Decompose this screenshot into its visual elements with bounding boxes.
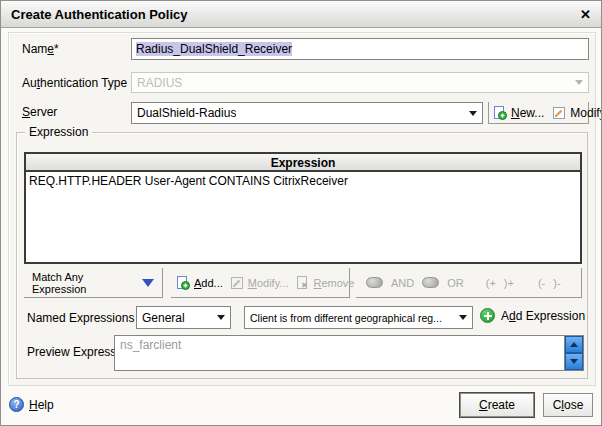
new-server-label: New... [511, 106, 544, 120]
open-paren-minus-button: (- [538, 277, 545, 289]
chevron-down-icon [469, 111, 477, 116]
authentication-type-label: Authentication Type [22, 76, 127, 91]
help-question-icon: ? [9, 397, 24, 412]
category-value: General [142, 311, 185, 325]
expression-table-header: Expression [26, 154, 580, 172]
create-authentication-policy-dialog: Create Authentication Policy ✕ Name* Rad… [0, 0, 602, 426]
scroll-up-button[interactable] [565, 336, 583, 353]
help-button[interactable]: ? Help [9, 397, 54, 412]
name-label: Name* [22, 42, 59, 57]
expression-group: Expression Expression REQ.HTTP.HEADER Us… [16, 132, 588, 379]
match-any-expression-label: Match Any Expression [32, 271, 135, 295]
expression-group-legend: Expression [25, 125, 92, 140]
chevron-down-icon [217, 315, 225, 320]
match-any-expression-button[interactable]: Match Any Expression [24, 268, 163, 298]
pencil-edit-icon [230, 276, 244, 290]
dialog-title: Create Authentication Policy [11, 7, 188, 22]
add-expression-button[interactable]: Add Expression [480, 308, 585, 323]
expression-table: Expression REQ.HTTP.HEADER User-Agent CO… [24, 152, 582, 264]
named-expressions-label: Named Expressions [27, 311, 134, 326]
modify-expression-row-button: Modify... [230, 276, 289, 290]
pencil-edit-icon [552, 106, 566, 120]
close-paren-plus-button: )+ [504, 277, 514, 289]
named-expression-value: Client is from different geographical re… [250, 312, 442, 324]
main-panel: Name* Radius_DualShield_Receiver Authent… [8, 32, 596, 386]
named-expressions-dropdown[interactable]: Client is from different geographical re… [244, 306, 473, 329]
close-icon[interactable]: ✕ [580, 8, 591, 21]
add-expression-label: Add Expression [501, 309, 585, 323]
help-label: Help [29, 398, 54, 412]
server-label: Server [22, 105, 57, 120]
arrow-down-icon [570, 359, 578, 364]
scroll-down-button[interactable] [565, 353, 583, 370]
open-paren-plus-button: (+ [486, 277, 496, 289]
add-button-label: Add... [194, 277, 223, 289]
arrow-up-icon [570, 342, 578, 347]
chevron-down-icon [575, 80, 583, 85]
table-row[interactable]: REQ.HTTP.HEADER User-Agent CONTAINS Citr… [26, 172, 580, 190]
or-operator-icon [422, 277, 439, 288]
or-operator-label: OR [447, 277, 464, 289]
authentication-type-value: RADIUS [137, 76, 182, 90]
add-plus-icon [480, 308, 495, 323]
modify-server-button[interactable]: Modify... [552, 106, 602, 120]
modify-server-label: Modify... [570, 106, 602, 120]
authentication-type-dropdown: RADIUS [131, 72, 589, 93]
server-value: DualShield-Radius [137, 106, 236, 120]
and-operator-label: AND [391, 277, 414, 289]
new-document-icon [493, 106, 507, 120]
create-button-label: Create [479, 398, 515, 412]
chevron-down-icon [142, 279, 154, 287]
and-operator-icon [366, 277, 383, 288]
add-document-icon [176, 276, 190, 290]
remove-expression-row-button: Remove [296, 276, 355, 290]
named-expressions-category-dropdown[interactable]: General [136, 306, 231, 329]
close-paren-minus-button: )- [553, 277, 560, 289]
preview-expression-textarea[interactable]: ns_farclient [114, 335, 584, 371]
logic-operator-toolbar: AND OR (+ )+ (- )- [356, 268, 582, 298]
chevron-down-icon [459, 315, 467, 320]
close-button-label: Close [553, 398, 584, 412]
modify-button-label: Modify... [248, 277, 289, 289]
close-button[interactable]: Close [543, 393, 593, 417]
footer-bar: ? Help Create Close [9, 384, 593, 425]
preview-expression-value: ns_farclient [120, 338, 181, 352]
server-dropdown[interactable]: DualShield-Radius [131, 102, 483, 124]
create-button[interactable]: Create [460, 393, 534, 417]
name-input-value: Radius_DualShield_Receiver [136, 42, 292, 56]
title-bar: Create Authentication Policy ✕ [1, 1, 601, 28]
remove-button-label: Remove [314, 277, 355, 289]
preview-scrollbar [564, 336, 583, 370]
remove-document-icon [296, 276, 310, 290]
new-server-button[interactable]: New... [493, 106, 544, 120]
expression-edit-toolbar: Add... Modify... Remove [171, 268, 350, 298]
name-input[interactable]: Radius_DualShield_Receiver [131, 38, 589, 60]
server-button-strip: New... Modify... [488, 102, 589, 124]
add-expression-row-button[interactable]: Add... [176, 276, 223, 290]
